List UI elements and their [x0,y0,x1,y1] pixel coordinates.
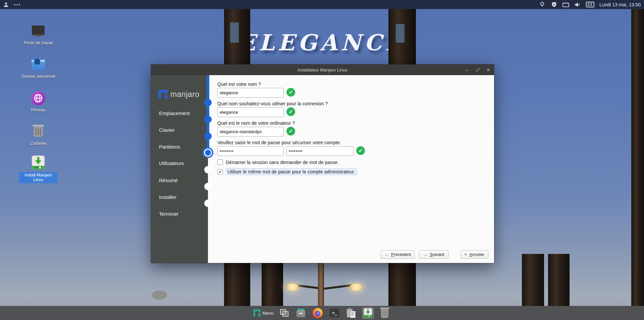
login-question: Quel nom souhaitez-vous utiliser pour la… [217,101,328,106]
login-input[interactable] [217,107,284,117]
step-clavier: Clavier [159,127,175,134]
desktop-icon-install-manjaro[interactable]: Install Manjaro Linux [18,155,58,183]
login-valid-icon: ✓ [286,107,295,116]
dock-menu-button[interactable]: Menu [253,309,274,317]
step-emplacement: Emplacement [159,110,190,117]
installer-content: Quel est votre nom ? ✓ Quel nom souhaite… [208,75,494,263]
bottom-dock: Menu >_ [0,306,644,320]
window-titlebar[interactable]: Installateur Manjaro Linux – ⤢ ✕ [151,64,494,75]
password-input[interactable] [217,146,284,156]
step-dot-done [204,132,212,140]
security-shield-icon[interactable] [551,1,557,8]
step-dot-pending [204,166,212,173]
step-terminer: Terminer [159,211,178,217]
lamp-pole [318,263,324,306]
step-utilisateurs: Utilisateurs [159,160,184,167]
name-input[interactable] [217,88,284,98]
hostname-valid-icon: ✓ [286,127,295,136]
trash-icon [381,309,388,318]
brand-wordmark: manjaro [170,90,200,99]
dock-terminal[interactable]: >_ [328,307,340,319]
home-folder-icon [31,57,46,72]
maximize-button[interactable]: ⤢ [475,67,481,72]
lamp-light [286,283,299,291]
windows-icon [280,309,288,317]
volume-icon[interactable] [574,1,581,8]
step-dot-done [204,99,212,106]
hostname-input[interactable] [217,127,284,137]
dock-firefox[interactable] [312,307,324,319]
desktop-root: ELEGANCE [0,0,644,320]
minimize-button[interactable]: – [464,67,470,72]
same-password-label: Utiliser le même mot de passe pour le co… [226,168,357,175]
installer-sidebar: manjaro Emplacement Clavier Partitions U… [151,75,208,263]
wallpaper-bush [152,290,167,300]
password-valid-icon: ✓ [356,146,365,155]
top-panel: ZZ Lundi 13 mai, 13:50 [0,0,644,9]
step-installer: Installer [159,194,177,201]
password-question: Veuillez saisir le mot de passe pour séc… [217,140,341,145]
desktop-icon-trash[interactable]: Corbeille [18,124,58,146]
name-valid-icon: ✓ [286,88,295,97]
panel-menu-icon[interactable] [14,4,20,5]
trash-icon [31,124,46,140]
keyboard-icon[interactable] [562,1,569,8]
step-partitions: Partitions [159,144,180,150]
dock-file-manager[interactable] [295,307,307,319]
step-dot-pending [204,200,212,207]
desktop-icon-network[interactable]: Réseau [18,91,58,112]
close-button[interactable]: ✕ [485,67,491,72]
back-arrow-icon: ← [384,252,389,257]
installer-icon [31,155,46,170]
installer-window: Installateur Manjaro Linux – ⤢ ✕ manjaro… [151,64,494,263]
manjaro-menu-icon [253,309,261,317]
cancel-x-icon: × [465,252,467,257]
password-confirm-input[interactable] [286,146,354,156]
desktop-icon-computer[interactable]: Poste de travail [18,23,58,45]
computer-icon [31,23,46,39]
manjaro-brand: manjaro [158,90,200,99]
wallpaper-tower [548,254,570,306]
brightness-icon[interactable] [539,1,546,8]
wallpaper-title: ELEGANCE [0,30,644,56]
footer-buttons: ← Précédent → Suivant × Annuler [380,250,488,259]
network-globe-icon [31,91,46,106]
dock-window-list[interactable] [278,307,290,319]
autologin-checkbox[interactable] [217,159,223,165]
lamp-light [350,283,363,291]
clipboard-icon [347,308,356,318]
step-dot-current [203,147,213,158]
same-password-row: ✓ Utiliser le même mot de passe pour le … [217,168,357,175]
user-session-icon[interactable] [3,1,9,8]
wallpaper-tower [631,9,644,306]
terminal-icon: >_ [329,308,340,318]
dock-installer-active[interactable] [362,307,374,319]
hostname-question: Quel est le nom de votre ordinateur ? [217,120,295,126]
same-password-checkbox[interactable]: ✓ [217,169,223,175]
desktop-icon-home-folder[interactable]: Dossier personnel [18,57,58,79]
step-resume: Résumé [159,177,178,184]
name-question: Quel est votre nom ? [217,82,261,87]
clock[interactable]: Lundi 13 mai, 13:50 [599,2,641,7]
autologin-row: Démarrer la session sans demander de mot… [217,159,339,165]
installer-icon [363,308,373,318]
wallpaper-tower [522,254,544,306]
firefox-icon [313,308,323,318]
step-dot-done [204,116,212,123]
next-arrow-icon: → [423,252,427,257]
back-button[interactable]: ← Précédent [380,250,415,259]
file-manager-icon [296,309,306,317]
manjaro-logo-icon [158,90,167,99]
step-dot-pending [204,183,212,190]
screensaver-inhibit-icon[interactable]: ZZ [586,2,594,7]
dock-clipboard[interactable] [345,307,357,319]
cancel-button[interactable]: × Annuler [461,250,488,259]
next-button[interactable]: → Suivant [419,250,448,259]
dock-trash[interactable] [379,307,391,319]
window-title: Installateur Manjaro Linux [298,67,347,72]
autologin-label: Démarrer la session sans demander de mot… [226,160,339,165]
